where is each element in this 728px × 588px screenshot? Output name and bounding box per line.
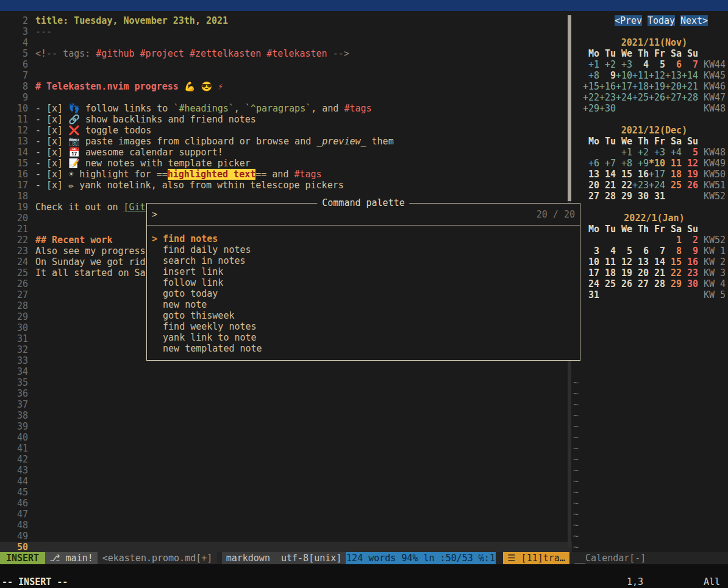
editor-line[interactable]: 43 [0,465,572,476]
calendar-day[interactable]: 21 [599,180,616,191]
editor-line[interactable]: 7 [0,70,572,81]
calendar-day[interactable]: 4 [632,59,649,70]
calendar-day[interactable]: 9 [682,246,698,257]
calendar-day[interactable]: +17 [649,169,665,180]
palette-item[interactable]: insert link [147,266,580,277]
calendar-day[interactable]: 28 [599,191,616,202]
calendar-day[interactable]: +2 [599,59,616,70]
calendar-day[interactable]: 22 [616,180,632,191]
calendar-day[interactable]: 16 [632,169,649,180]
editor-line[interactable]: 41 [0,443,572,454]
calendar-day[interactable]: 31 [583,289,599,300]
calendar-day[interactable]: +3 [616,59,632,70]
calendar-day[interactable]: 18 [665,169,682,180]
editor-line[interactable]: 12- [x] ❌ toggle todos [0,125,572,136]
calendar-day[interactable]: +9 [632,158,649,169]
calendar-day[interactable]: +21 [682,81,698,92]
calendar-day[interactable]: 22 [665,267,682,278]
palette-item[interactable]: > find notes [147,233,580,244]
palette-item[interactable]: goto thisweek [147,310,580,321]
editor-line[interactable]: 6 [0,59,572,70]
calendar-day[interactable]: 27 [632,278,649,289]
calendar-day[interactable]: 12 [616,257,632,267]
editor-line[interactable]: 15- [x] 📝 new notes with template picker [0,158,572,169]
editor-line[interactable]: 13- [x] 📷 paste images from clipboard or… [0,136,572,147]
calendar-day[interactable]: 2 [682,235,698,246]
calendar-day[interactable]: 31 [649,191,665,202]
editor-line[interactable]: 3--- [0,26,572,37]
calendar-day[interactable]: 19 [682,169,698,180]
calendar-day[interactable]: +7 [599,158,616,169]
calendar-day[interactable]: 29 [616,191,632,202]
calendar-day[interactable]: +29 [583,103,599,114]
palette-item[interactable]: yank link to note [147,332,580,343]
calendar-day[interactable]: 11 [665,158,682,169]
editor-line[interactable]: 9 [0,92,572,103]
calendar-day[interactable]: 5 [649,59,665,70]
editor-line[interactable]: 10- [x] 👣 follow links to `#headings`, `… [0,103,572,114]
calendar-day[interactable]: 29 [665,278,682,289]
calendar-day[interactable]: +11 [632,70,649,81]
calendar-day[interactable]: 8 [665,246,682,257]
editor-line[interactable]: 36 [0,388,572,399]
calendar-day[interactable]: 25 [599,278,616,289]
editor-line[interactable]: 8# Telekasten.nvim progress 💪 😎 ⚡ [0,81,572,92]
calendar-day[interactable]: 12 [682,158,698,169]
editor-line[interactable]: 35 [0,377,572,388]
calendar-day[interactable]: +17 [616,81,632,92]
calendar-day[interactable]: +28 [682,92,698,103]
calendar-day[interactable]: +20 [665,81,682,92]
calendar-day[interactable]: 9 [599,70,616,81]
calendar-day[interactable]: 24 [583,278,599,289]
calendar-day[interactable]: 4 [599,246,616,257]
calendar-day[interactable]: +2 [632,147,649,158]
editor-line[interactable]: 49 [0,531,572,542]
editor-line[interactable]: 42 [0,454,572,465]
calendar-day[interactable]: 5 [616,246,632,257]
calendar-day[interactable]: +19 [649,81,665,92]
calendar-day[interactable]: 27 [583,191,599,202]
calendar-day[interactable]: +8 [616,158,632,169]
calendar-day[interactable]: +26 [649,92,665,103]
calendar-prev-button[interactable]: <Prev [615,15,642,26]
calendar-day[interactable]: +8 [583,70,599,81]
palette-item[interactable]: follow link [147,277,580,288]
palette-item[interactable]: goto today [147,288,580,299]
calendar-day[interactable]: 28 [649,278,665,289]
calendar-day[interactable]: 7 [682,59,698,70]
calendar-day[interactable]: 5 [682,147,698,158]
calendar-day[interactable]: 30 [682,278,698,289]
calendar-day[interactable]: 14 [599,169,616,180]
editor-line[interactable]: 48 [0,520,572,531]
calendar-day[interactable]: 16 [682,257,698,267]
editor-line[interactable]: 40 [0,432,572,443]
editor-line[interactable]: 17- [x] ✏ yank notelink, also from wthin… [0,180,572,191]
editor-line[interactable]: 18 [0,191,572,202]
calendar-day[interactable]: 20 [583,180,599,191]
calendar-day[interactable]: 26 [616,278,632,289]
palette-item[interactable]: find weekly notes [147,321,580,332]
editor-line[interactable]: 2title: Tuesday, November 23th, 2021 [0,15,572,26]
calendar-day[interactable]: 3 [583,246,599,257]
calendar-day[interactable]: +1 [616,147,632,158]
palette-item[interactable]: search in notes [147,255,580,266]
calendar-day[interactable]: +3 [649,147,665,158]
calendar-day[interactable]: +6 [583,158,599,169]
palette-item[interactable]: new note [147,299,580,310]
calendar-day[interactable]: +16 [599,81,616,92]
calendar-day[interactable]: 30 [632,191,649,202]
calendar-day[interactable]: 25 [665,180,682,191]
editor-line[interactable]: 5<!-- tags: #github #project #zettelkast… [0,48,572,59]
editor-line[interactable]: 14- [x] 📅 awesome calendar support! [0,147,572,158]
editor-line[interactable]: 4 [0,37,572,48]
calendar-day[interactable]: +24 [649,180,665,191]
calendar-day[interactable]: 14 [649,257,665,267]
scrollbar-thumb[interactable] [568,15,571,201]
calendar-day[interactable]: 23 [682,267,698,278]
editor-line[interactable]: 47 [0,509,572,520]
editor-line[interactable]: 45 [0,487,572,498]
calendar-day[interactable]: +1 [583,59,599,70]
calendar-day[interactable]: 1 [665,235,682,246]
editor-line[interactable]: 46 [0,498,572,509]
palette-item[interactable]: find daily notes [147,244,580,255]
